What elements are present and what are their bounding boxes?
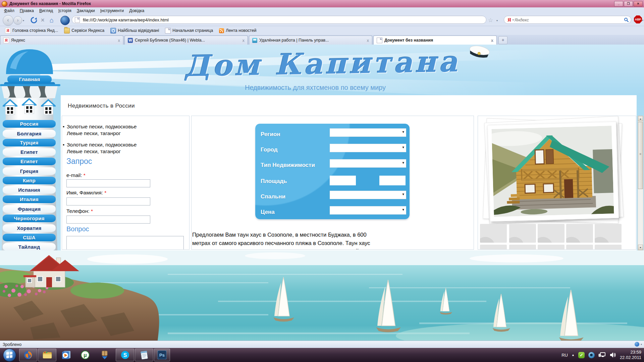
- search-icon[interactable]: [624, 17, 629, 22]
- email-field[interactable]: [66, 179, 150, 187]
- area-max-input[interactable]: [379, 176, 406, 185]
- sidebar-item-horvatiya[interactable]: Хорватия: [3, 224, 56, 232]
- bookmark-most-visited[interactable]: Найбільш відвідувані: [107, 26, 162, 35]
- language-indicator[interactable]: RU: [561, 353, 568, 358]
- tab-close-icon[interactable]: x: [243, 38, 245, 43]
- sidebar-item-egipet-1[interactable]: Египет: [3, 148, 56, 156]
- minimize-button[interactable]: _: [614, 1, 623, 7]
- taskbar-photoshop-button[interactable]: Ps: [154, 349, 170, 361]
- bookmark-dropdown[interactable]: ▾: [496, 19, 498, 22]
- close-button[interactable]: ✕: [634, 1, 643, 7]
- network-tray-icon[interactable]: [598, 352, 606, 358]
- taskbar-explorer-button[interactable]: [38, 349, 56, 361]
- sidebar-item-bolgariya[interactable]: Болгария: [3, 130, 56, 137]
- taskbar-mediaplayer-icon[interactable]: [60, 349, 73, 361]
- back-button[interactable]: ‹: [3, 15, 13, 26]
- tab-weblancer[interactable]: W Сергей Бубликов (Shax46) | Webla... x: [124, 36, 248, 45]
- list-item[interactable]: Золотые пески, подмосковье Левые пески, …: [67, 141, 137, 155]
- taskbar-clock[interactable]: 23:59 22.02.2011: [620, 350, 641, 360]
- sidebar-item-greciya[interactable]: Греция: [3, 167, 56, 175]
- menu-view[interactable]: Вигляд: [37, 7, 56, 14]
- phone-field[interactable]: [66, 216, 150, 224]
- sidebar-item-glavnaya[interactable]: Главная: [7, 75, 52, 83]
- back-history-dropdown[interactable]: ▾: [23, 19, 24, 22]
- search-bar[interactable]: Я ▾: [504, 16, 631, 24]
- property-photo[interactable]: [487, 122, 619, 222]
- gallery-thumbnail[interactable]: [595, 245, 622, 250]
- taskbar-download-icon[interactable]: [98, 349, 111, 361]
- new-tab-button[interactable]: +: [498, 36, 507, 44]
- tab-close-icon[interactable]: x: [491, 38, 493, 43]
- sidebar-item-tailand[interactable]: Тайланд: [3, 243, 56, 251]
- stop-icon[interactable]: ×: [41, 17, 45, 24]
- start-button[interactable]: [3, 349, 16, 362]
- bookmark-news-feed[interactable]: Лента новостей: [216, 26, 259, 35]
- sidebar-item-italiya[interactable]: Италия: [3, 195, 56, 203]
- sidebar-item-rossiya[interactable]: Россия: [3, 120, 56, 128]
- skype-tray-icon[interactable]: ✓: [578, 352, 585, 358]
- bookmark-start-page[interactable]: Начальная страница: [162, 26, 216, 35]
- tab-yandex[interactable]: Я Яндекс x: [0, 36, 123, 45]
- bedrooms-select[interactable]: [330, 191, 406, 199]
- price-select[interactable]: [330, 206, 406, 215]
- sidebar-item-chernogoriya[interactable]: Черногория: [3, 215, 56, 222]
- sidebar-item-turciya[interactable]: Турция: [3, 139, 56, 146]
- menu-tools[interactable]: Інструменти: [98, 7, 126, 14]
- address-input[interactable]: [82, 17, 483, 23]
- adblock-icon[interactable]: ABP: [634, 15, 642, 23]
- bookmark-star-icon[interactable]: ☆: [488, 17, 493, 24]
- gallery-thumbnail[interactable]: [509, 245, 536, 250]
- gallery-thumbnail[interactable]: [566, 245, 593, 250]
- bookmark-yandex-services[interactable]: Сервіси Яндекса: [61, 26, 107, 35]
- taskbar-firefox-button[interactable]: [19, 349, 37, 361]
- gallery-thumbnail[interactable]: [538, 224, 565, 243]
- menu-file[interactable]: Файл: [1, 7, 17, 14]
- tray-expand-icon[interactable]: ▲: [572, 353, 575, 357]
- taskbar-utorrent-icon[interactable]: µ: [78, 349, 92, 361]
- search-input[interactable]: [514, 17, 624, 23]
- tab-untitled-document[interactable]: Документ без названия x: [373, 36, 497, 45]
- gallery-thumbnail[interactable]: [566, 224, 593, 243]
- area-min-input[interactable]: [330, 176, 356, 185]
- menu-edit[interactable]: Правка: [17, 7, 37, 14]
- gallery-thumbnail[interactable]: [595, 224, 622, 243]
- statusbar-addon-icon[interactable]: [635, 342, 639, 347]
- webcam-tray-icon[interactable]: [588, 352, 595, 358]
- gallery-thumbnail[interactable]: [538, 245, 565, 250]
- address-bar[interactable]: [72, 16, 486, 24]
- sidebar-item-ispaniya[interactable]: Испания: [3, 186, 56, 194]
- list-item[interactable]: Золотые пески, подмосковье Левые пески, …: [67, 123, 137, 137]
- content-scrollbar[interactable]: ▲ ≡ ▼: [638, 116, 643, 250]
- taskbar-skype-button[interactable]: S: [116, 349, 134, 361]
- sidebar-item-egipet-2[interactable]: Египет: [3, 158, 56, 165]
- adblock-dropdown[interactable]: ▾: [642, 19, 643, 22]
- name-field[interactable]: [66, 197, 150, 205]
- city-select[interactable]: [330, 144, 406, 152]
- forward-button[interactable]: ›: [13, 16, 22, 25]
- question-textarea[interactable]: [66, 236, 184, 250]
- region-select[interactable]: [330, 128, 406, 137]
- reload-icon[interactable]: [30, 16, 38, 24]
- scroll-up-icon[interactable]: ▲: [638, 116, 643, 121]
- sidebar-item-ssha[interactable]: США: [3, 234, 56, 241]
- tab-close-icon[interactable]: x: [118, 38, 120, 43]
- maximize-button[interactable]: ❐: [624, 1, 633, 7]
- tab-close-icon[interactable]: x: [367, 38, 369, 43]
- home-icon[interactable]: ⌂: [50, 16, 54, 24]
- menu-bookmarks[interactable]: Закладки: [74, 7, 98, 14]
- tab-remote-work[interactable]: Удалённая работа | Панель управ... x: [249, 36, 372, 45]
- gallery-thumbnail[interactable]: [480, 245, 507, 250]
- gallery-thumbnail[interactable]: [509, 224, 536, 243]
- menu-help[interactable]: Довідка: [126, 7, 147, 14]
- statusbar-dropdown[interactable]: ▾: [641, 343, 642, 346]
- gallery-thumbnail[interactable]: [480, 224, 507, 243]
- taskbar-notepad-button[interactable]: [135, 349, 153, 361]
- menu-history[interactable]: Історія: [56, 7, 74, 14]
- volume-tray-icon[interactable]: [609, 352, 616, 358]
- scroll-down-icon[interactable]: ▼: [638, 245, 643, 250]
- firefox-button-icon[interactable]: [60, 16, 70, 25]
- sidebar-item-kipr[interactable]: Кипр: [3, 177, 56, 184]
- property-type-select[interactable]: [330, 159, 406, 168]
- sidebar-item-franciya[interactable]: Франция: [3, 205, 56, 213]
- bookmark-yandex-home[interactable]: Я Головна сторінка Янд...: [2, 26, 61, 35]
